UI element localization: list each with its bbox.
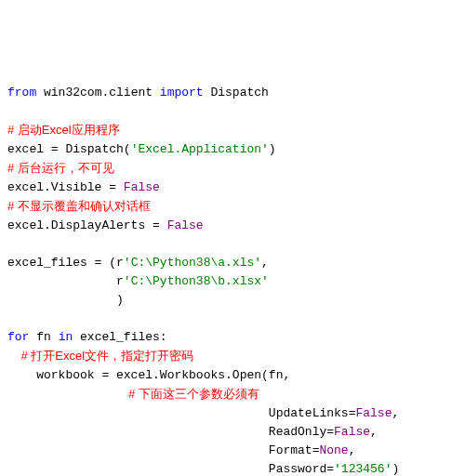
tok-l16c: ,	[370, 425, 378, 439]
tok-l13: workbook = excel.Workbooks.Open(fn,	[7, 368, 290, 382]
tok-l10: )	[7, 293, 124, 307]
tok-l9a: r	[7, 274, 124, 288]
kw-for: for	[7, 330, 29, 344]
tok-l15a: UpdateLinks=	[7, 406, 355, 420]
tok-l3c: )	[269, 142, 276, 156]
tok-name-dispatch: Dispatch	[204, 86, 269, 99]
str-path-b: 'C:\Python38\b.xlsx'	[124, 274, 269, 288]
str-password: '123456'	[334, 462, 392, 476]
const-none-l17: None	[319, 443, 348, 457]
comment-l2: # 启动Excel应用程序	[7, 123, 120, 137]
str-excel-app: 'Excel.Application'	[131, 142, 269, 156]
kw-from: from	[7, 86, 36, 99]
tok-l3a: excel = Dispatch(	[7, 142, 131, 156]
const-false-l15: False	[355, 406, 392, 420]
const-false-l5: False	[124, 180, 160, 194]
tok-l17c: ,	[349, 443, 356, 457]
str-path-a: 'C:\Python38\a.xls'	[124, 256, 261, 270]
const-false-l16: False	[334, 425, 370, 439]
tok-l7a: excel.DisplayAlerts =	[7, 218, 167, 232]
comment-l4: # 后台运行，不可见	[7, 161, 114, 175]
kw-import: import	[160, 86, 204, 99]
tok-l18a: Password=	[7, 462, 334, 476]
tok-module: win32com.client	[36, 86, 160, 99]
tok-l16a: ReadOnly=	[7, 425, 334, 439]
comment-l6: # 不显示覆盖和确认对话框	[7, 199, 151, 213]
tok-l15c: ,	[392, 406, 399, 420]
comment-l14: # 下面这三个参数必须有	[7, 387, 259, 401]
tok-l17a: Format=	[7, 443, 319, 457]
const-false-l7: False	[167, 218, 204, 232]
tok-l5a: excel.Visible =	[7, 180, 124, 194]
comment-l12: # 打开Excel文件，指定打开密码	[7, 349, 193, 363]
tok-l18c: )	[392, 462, 399, 476]
tok-l8c: ,	[261, 256, 269, 270]
tok-l11b: fn	[29, 330, 58, 344]
tok-l8a: excel_files = (r	[7, 256, 124, 270]
kw-in: in	[59, 330, 73, 344]
tok-l11d: excel_files:	[73, 330, 166, 344]
